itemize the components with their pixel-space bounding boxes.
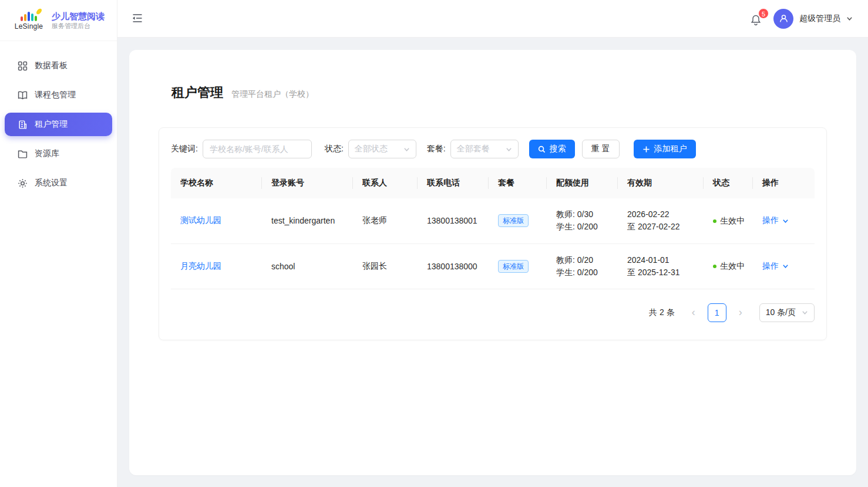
plan-label: 套餐:: [427, 144, 446, 154]
page-title: 租户管理: [171, 84, 223, 102]
col-quota: 配额使用: [547, 168, 618, 198]
sidebar-item-tenants[interactable]: 租户管理: [5, 113, 112, 136]
plan-select-value: 全部套餐: [457, 144, 490, 154]
sidebar-item-settings[interactable]: 系统设置: [5, 171, 112, 195]
chevron-down-icon: [782, 218, 789, 224]
app-subtitle: 服务管理后台: [52, 22, 105, 31]
chevron-down-icon: [846, 15, 853, 22]
col-contact: 联系人: [353, 168, 418, 198]
sidebar-item-label: 数据看板: [35, 60, 68, 71]
school-link[interactable]: 测试幼儿园: [180, 215, 221, 225]
logo: LeSingle 少儿智慧阅读 服务管理后台: [0, 0, 117, 41]
row-actions-dropdown[interactable]: 操作: [762, 215, 789, 226]
page-number-1[interactable]: 1: [708, 303, 726, 322]
plan-badge: 标准版: [498, 214, 529, 227]
tenant-table: 学校名称 登录账号 联系人 联系电话 套餐 配额使用 有效期 状态 操作: [171, 168, 815, 289]
status-badge: 生效中: [720, 261, 745, 270]
sidebar-menu: 数据看板 课程包管理 租户管理 资源库 系统设置: [0, 41, 117, 195]
add-tenant-button[interactable]: 添加租户: [634, 140, 696, 158]
chevron-down-icon: [802, 309, 808, 316]
sidebar: LeSingle 少儿智慧阅读 服务管理后台 数据看板 课程包管理 租户管理 资…: [0, 0, 117, 487]
sidebar-item-label: 课程包管理: [35, 90, 76, 100]
col-status: 状态: [704, 168, 753, 198]
page-size-select[interactable]: 10 条/页: [759, 303, 815, 322]
tenant-card: 租户管理 管理平台租户（学校） 关键词: 状态: 全部状态 套餐:: [129, 50, 856, 475]
col-validity: 有效期: [618, 168, 704, 198]
col-plan: 套餐: [489, 168, 547, 198]
phone-cell: 13800138000: [418, 244, 489, 289]
page-subtitle: 管理平台租户（学校）: [231, 89, 314, 100]
quota-cell: 教师: 0/30 学生: 0/200: [547, 198, 618, 244]
contact-cell: 张园长: [353, 244, 418, 289]
search-icon: [538, 146, 546, 153]
building-icon: [18, 120, 28, 130]
phone-cell: 13800138001: [418, 198, 489, 244]
app-title: 少儿智慧阅读: [52, 11, 105, 22]
status-dot-icon: [713, 219, 716, 223]
sidebar-item-course-packages[interactable]: 课程包管理: [5, 83, 112, 107]
school-link[interactable]: 月亮幼儿园: [180, 261, 221, 270]
status-cell: 生效中: [704, 244, 753, 289]
col-account: 登录账号: [262, 168, 353, 198]
col-phone: 联系电话: [418, 168, 489, 198]
status-label: 状态:: [325, 144, 344, 154]
account-cell: school: [262, 244, 353, 289]
brand-logo-icon: LeSingle: [12, 11, 46, 31]
book-icon: [18, 90, 28, 100]
col-actions: 操作: [753, 168, 815, 198]
notification-bell-icon[interactable]: 5: [750, 12, 764, 26]
plan-badge: 标准版: [498, 260, 529, 273]
col-school: 学校名称: [171, 168, 262, 198]
content-area: 租户管理 管理平台租户（学校） 关键词: 状态: 全部状态 套餐:: [117, 38, 868, 487]
validity-cell: 2024-01-01 至 2025-12-31: [618, 244, 704, 289]
keyword-input[interactable]: [203, 140, 312, 158]
brand-name: LeSingle: [15, 22, 43, 31]
user-icon: [779, 13, 789, 23]
contact-cell: 张老师: [353, 198, 418, 244]
pagination-total: 共 2 条: [649, 307, 675, 318]
validity-cell: 2026-02-22 至 2027-02-22: [618, 198, 704, 244]
keyword-label: 关键词:: [171, 144, 198, 154]
notification-count-badge: 5: [758, 8, 769, 19]
account-cell: test_kindergarten: [262, 198, 353, 244]
status-cell: 生效中: [704, 198, 753, 244]
top-header: 5 超级管理员: [117, 0, 868, 38]
filter-bar: 关键词: 状态: 全部状态 套餐: 全部套餐: [171, 140, 815, 158]
plus-icon: [642, 146, 650, 153]
reset-button[interactable]: 重 置: [582, 140, 620, 158]
sidebar-item-label: 系统设置: [35, 178, 68, 188]
gear-icon: [18, 178, 28, 188]
chevron-down-icon: [403, 146, 410, 153]
table-header-row: 学校名称 登录账号 联系人 联系电话 套餐 配额使用 有效期 状态 操作: [171, 168, 815, 198]
user-menu[interactable]: 超级管理员: [773, 9, 853, 29]
folder-icon: [18, 149, 28, 159]
user-name: 超级管理员: [799, 13, 840, 24]
status-select[interactable]: 全部状态: [348, 140, 416, 158]
sidebar-item-resources[interactable]: 资源库: [5, 142, 112, 165]
chevron-down-icon: [506, 146, 512, 153]
chevron-down-icon: [782, 263, 789, 269]
sidebar-item-dashboard[interactable]: 数据看板: [5, 54, 112, 77]
next-page-button[interactable]: ›: [731, 303, 750, 322]
status-select-value: 全部状态: [355, 144, 388, 154]
spark-icon: [36, 8, 42, 15]
prev-page-button[interactable]: ‹: [684, 303, 703, 322]
quota-cell: 教师: 0/20 学生: 0/200: [547, 244, 618, 289]
status-badge: 生效中: [720, 216, 745, 225]
dashboard-icon: [18, 61, 28, 71]
pagination: 共 2 条 ‹ 1 › 10 条/页: [171, 303, 815, 322]
menu-fold-icon[interactable]: [132, 12, 144, 25]
sidebar-item-label: 租户管理: [35, 119, 68, 130]
row-actions-dropdown[interactable]: 操作: [762, 261, 789, 272]
table-row: 测试幼儿园 test_kindergarten 张老师 13800138001 …: [171, 198, 815, 244]
tenant-panel: 关键词: 状态: 全部状态 套餐: 全部套餐: [159, 127, 827, 340]
avatar: [773, 9, 793, 29]
sidebar-item-label: 资源库: [35, 148, 59, 159]
search-button[interactable]: 搜索: [529, 140, 575, 158]
status-dot-icon: [713, 265, 716, 268]
table-row: 月亮幼儿园 school 张园长 13800138000 标准版 教师: 0/2…: [171, 244, 815, 289]
page-size-value: 10 条/页: [766, 307, 796, 318]
plan-select[interactable]: 全部套餐: [450, 140, 519, 158]
